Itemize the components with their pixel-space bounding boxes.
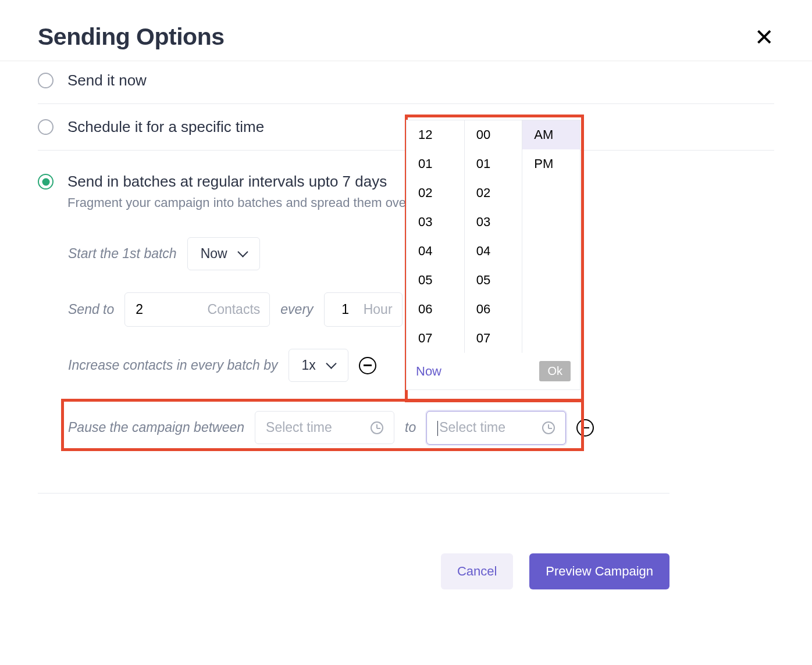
send-to-unit: Contacts	[208, 302, 261, 317]
start-batch-label: Start the 1st batch	[68, 246, 177, 262]
minute-cell[interactable]: 03	[465, 208, 522, 237]
to-label: to	[405, 420, 416, 435]
every-value[interactable]	[334, 301, 357, 318]
hour-cell[interactable]: 12	[407, 120, 464, 149]
modal-title: Sending Options	[38, 23, 224, 51]
hour-cell[interactable]: 06	[407, 295, 464, 324]
close-icon[interactable]: ✕	[754, 26, 774, 49]
radio-batches[interactable]	[38, 174, 54, 190]
option-label: Schedule it for a specific time	[67, 118, 264, 136]
minute-cell[interactable]: 01	[465, 149, 522, 178]
chevron-down-icon	[326, 358, 336, 369]
increase-select[interactable]: 1x	[289, 349, 348, 382]
hour-cell[interactable]: 02	[407, 178, 464, 208]
every-unit: Hour	[364, 302, 393, 317]
chevron-down-icon	[237, 246, 248, 257]
pause-label: Pause the campaign between	[68, 420, 244, 435]
cancel-button[interactable]: Cancel	[441, 553, 513, 589]
start-batch-select[interactable]: Now	[187, 237, 260, 270]
time-picker-dropdown[interactable]: 1201020304050607 0001020304050607 AMPM N…	[406, 120, 580, 390]
increase-label: Increase contacts in every batch by	[68, 357, 278, 373]
clock-icon	[371, 421, 383, 434]
hour-cell[interactable]: 01	[407, 149, 464, 178]
start-batch-value: Now	[201, 246, 227, 262]
minute-cell[interactable]: 02	[465, 178, 522, 208]
remove-increase-button[interactable]	[359, 357, 376, 374]
ok-button[interactable]: Ok	[539, 361, 571, 381]
clock-icon	[542, 421, 555, 434]
every-input[interactable]: Hour	[324, 292, 403, 327]
remove-pause-button[interactable]	[576, 419, 594, 437]
send-to-label: Send to	[68, 302, 114, 317]
option-send-now[interactable]: Send it now	[38, 62, 774, 99]
hour-cell[interactable]: 04	[407, 237, 464, 266]
minute-cell[interactable]: 06	[465, 295, 522, 324]
hour-cell[interactable]: 05	[407, 266, 464, 295]
increase-value: 1x	[302, 357, 316, 373]
ampm-cell[interactable]: AM	[522, 120, 580, 149]
hour-cell[interactable]: 03	[407, 208, 464, 237]
hour-column[interactable]: 1201020304050607	[407, 120, 465, 353]
minute-cell[interactable]: 00	[465, 120, 522, 149]
preview-campaign-button[interactable]: Preview Campaign	[529, 553, 669, 589]
pause-start-input[interactable]: Select time	[255, 411, 394, 444]
minute-column[interactable]: 0001020304050607	[465, 120, 523, 353]
radio-send-now[interactable]	[38, 73, 54, 88]
radio-schedule[interactable]	[38, 119, 54, 135]
minute-cell[interactable]: 07	[465, 324, 522, 353]
send-to-input[interactable]: Contacts	[124, 292, 270, 327]
minute-cell[interactable]: 04	[465, 237, 522, 266]
now-button[interactable]: Now	[416, 364, 441, 379]
time-placeholder: Select time	[266, 420, 332, 435]
send-to-value[interactable]	[134, 301, 169, 318]
every-label: every	[280, 302, 313, 317]
pause-end-input[interactable]: Select time	[426, 411, 566, 445]
hour-cell[interactable]: 07	[407, 324, 464, 353]
ampm-cell[interactable]: PM	[522, 149, 580, 178]
minute-cell[interactable]: 05	[465, 266, 522, 295]
time-placeholder: Select time	[437, 420, 505, 436]
option-label: Send it now	[67, 71, 147, 90]
ampm-column[interactable]: AMPM	[522, 120, 580, 353]
